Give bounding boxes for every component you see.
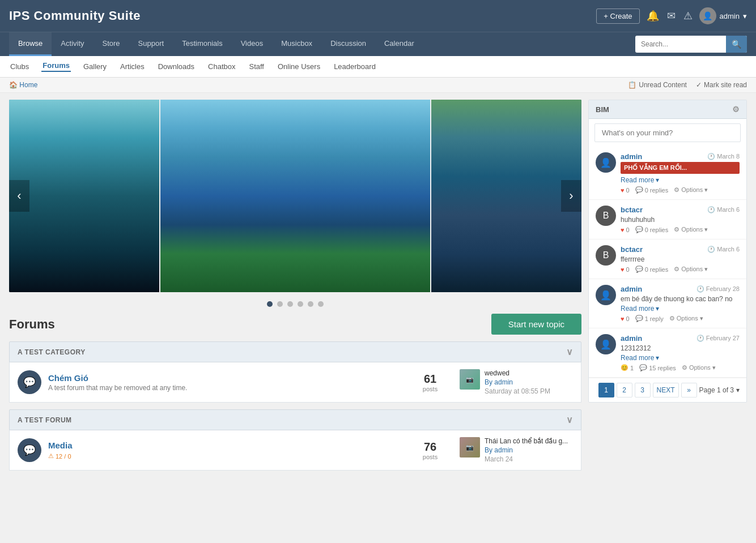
header-right: + Create 🔔 ✉ ⚠ 👤 admin ▾ (596, 7, 747, 24)
subnav-clubs[interactable]: Clubs (9, 62, 30, 71)
carousel-dot-2[interactable] (277, 301, 283, 307)
carousel-dot-5[interactable] (308, 301, 313, 307)
category-toggle-2[interactable]: ∨ (566, 414, 574, 425)
status-actions-5: 😊 1 💬 15 replies ⚙ Options ▾ (621, 364, 740, 371)
read-more-4[interactable]: Read more ▾ (621, 305, 740, 313)
nav-tab-musicbox[interactable]: Musicbox (272, 32, 321, 56)
status-item-5: 👤 admin 🕐 February 27 12312312 Read more… (589, 328, 746, 378)
page-of-label[interactable]: Page 1 of 3 ▾ (699, 386, 740, 394)
forum-row-media: 💬 Media ⚠ 12 / 0 76 posts 📷 Thái Lan có … (9, 430, 581, 471)
widget-input-area (589, 119, 746, 147)
subnav-forums[interactable]: Forums (41, 61, 71, 72)
read-more-5[interactable]: Read more ▾ (621, 354, 740, 362)
status-username-4[interactable]: admin (621, 285, 642, 293)
nav-tab-videos[interactable]: Videos (232, 32, 273, 56)
nav-tab-browse[interactable]: Browse (9, 32, 52, 56)
breadcrumb-home[interactable]: 🏠 Home (9, 81, 37, 89)
reply-action-3[interactable]: 💬 0 replies (635, 266, 669, 273)
status-top-3: bctacr 🕐 March 6 (621, 245, 740, 254)
forum-name-chem-gio[interactable]: Chém Gió (48, 373, 88, 383)
status-actions-4: ♥ 0 💬 1 reply ⚙ Options ▾ (621, 315, 740, 322)
sub-nav: Clubs Forums Gallery Articles Downloads … (0, 56, 756, 78)
nav-tab-discussion[interactable]: Discussion (321, 32, 375, 56)
like-action-2[interactable]: ♥ 0 (621, 226, 630, 233)
options-action-4[interactable]: ⚙ Options ▾ (669, 315, 703, 322)
bell-icon[interactable]: 🔔 (647, 10, 659, 22)
page-btn-2[interactable]: 2 (617, 383, 632, 397)
subnav-downloads[interactable]: Downloads (157, 62, 196, 71)
options-action-5[interactable]: ⚙ Options ▾ (682, 364, 716, 371)
options-action-2[interactable]: ⚙ Options ▾ (674, 226, 708, 233)
carousel-dot-4[interactable] (298, 301, 303, 307)
carousel-dot-3[interactable] (287, 301, 293, 307)
page-btn-last[interactable]: » (681, 383, 697, 397)
carousel-dot-1[interactable] (267, 301, 273, 307)
status-avatar-5: 👤 (596, 334, 616, 354)
forum-name-media[interactable]: Media (48, 441, 73, 450)
status-username-2[interactable]: bctacr (621, 206, 643, 214)
create-button[interactable]: + Create (596, 8, 639, 24)
forum-info-media: Media ⚠ 12 / 0 (48, 441, 401, 460)
like-action-4[interactable]: ♥ 0 (621, 315, 630, 322)
carousel-next-button[interactable]: › (561, 180, 581, 212)
search-input[interactable] (635, 40, 726, 48)
subnav-articles[interactable]: Articles (119, 62, 146, 71)
status-actions-1: ♥ 0 💬 0 replies ⚙ Options ▾ (621, 186, 740, 194)
forum-latest-media: 📷 Thái Lan có thể bắt đầu g... By admin … (460, 437, 573, 463)
reply-action-4[interactable]: 💬 1 reply (635, 315, 664, 322)
breadcrumb-bar: 🏠 Home 📋 Unread Content ✓ Mark site read (0, 78, 756, 93)
carousel-slide-3 (431, 100, 581, 292)
forum-latest-time-media: March 24 (485, 455, 568, 463)
heart-icon: ♥ (621, 226, 625, 233)
mail-icon[interactable]: ✉ (667, 10, 676, 22)
forum-latest-chem-gio: 📷 wedwed By admin Saturday at 08:55 PM (460, 369, 573, 395)
like-action-3[interactable]: ♥ 0 (621, 266, 630, 273)
page-btn-next[interactable]: NEXT (653, 383, 679, 397)
search-button[interactable]: 🔍 (726, 36, 747, 53)
options-action-3[interactable]: ⚙ Options ▾ (674, 266, 708, 273)
subnav-online-users[interactable]: Online Users (277, 62, 321, 71)
category-a-test-forum: A TEST FORUM ∨ (9, 409, 581, 430)
sidebar: BIM ⚙ 👤 admin 🕐 March 8 PHỐ VẮNG EM RỒI.… (588, 100, 747, 471)
carousel-dot-6[interactable] (318, 301, 324, 307)
status-actions-2: ♥ 0 💬 0 replies ⚙ Options ▾ (621, 226, 740, 233)
unread-content-link[interactable]: 📋 Unread Content (628, 81, 687, 89)
subnav-staff[interactable]: Staff (248, 62, 265, 71)
page-of-text: Page 1 of 3 (699, 386, 734, 394)
reply-action-1[interactable]: 💬 0 replies (635, 186, 669, 194)
carousel-prev-button[interactable]: ‹ (9, 180, 29, 212)
nav-tab-activity[interactable]: Activity (52, 32, 93, 56)
heart-icon: ♥ (621, 266, 625, 273)
start-new-topic-button[interactable]: Start new topic (491, 314, 581, 335)
forum-warning-text: 12 / 0 (56, 453, 71, 460)
read-more-1[interactable]: Read more ▾ (621, 176, 740, 184)
reply-action-5[interactable]: 💬 15 replies (639, 364, 676, 371)
admin-user[interactable]: 👤 admin ▾ (699, 7, 747, 24)
nav-tab-calendar[interactable]: Calendar (375, 32, 423, 56)
like-action-5[interactable]: 😊 1 (621, 364, 634, 371)
reply-action-2[interactable]: 💬 0 replies (635, 226, 669, 233)
status-username-3[interactable]: bctacr (621, 245, 643, 254)
page-btn-1[interactable]: 1 (598, 383, 614, 397)
subnav-chatbox[interactable]: Chatbox (207, 62, 236, 71)
mark-site-read-link[interactable]: ✓ Mark site read (696, 81, 747, 89)
forum-posts-count-media: 76 (407, 441, 453, 454)
status-input[interactable] (594, 123, 741, 142)
status-username-5[interactable]: admin (621, 334, 642, 343)
like-action-1[interactable]: ♥ 0 (621, 187, 630, 194)
subnav-leaderboard[interactable]: Leaderboard (333, 62, 377, 71)
nav-tab-testimonials[interactable]: Testimonials (173, 32, 232, 56)
nav-tab-support[interactable]: Support (129, 32, 173, 56)
status-username-1[interactable]: admin (621, 152, 642, 161)
nav-tab-store[interactable]: Store (94, 32, 129, 56)
options-action-1[interactable]: ⚙ Options ▾ (674, 186, 708, 194)
alert-icon[interactable]: ⚠ (683, 10, 693, 22)
page-btn-3[interactable]: 3 (635, 383, 651, 397)
status-body-3: bctacr 🕐 March 6 fferrrree ♥ 0 💬 0 repli… (621, 245, 740, 273)
gear-icon[interactable]: ⚙ (732, 105, 740, 114)
subnav-gallery[interactable]: Gallery (82, 62, 108, 71)
reply-icon: 💬 (635, 226, 643, 233)
status-content-5: 12312312 (621, 344, 740, 352)
category-toggle-1[interactable]: ∨ (566, 347, 574, 357)
chevron-down-icon: ▾ (656, 176, 659, 184)
